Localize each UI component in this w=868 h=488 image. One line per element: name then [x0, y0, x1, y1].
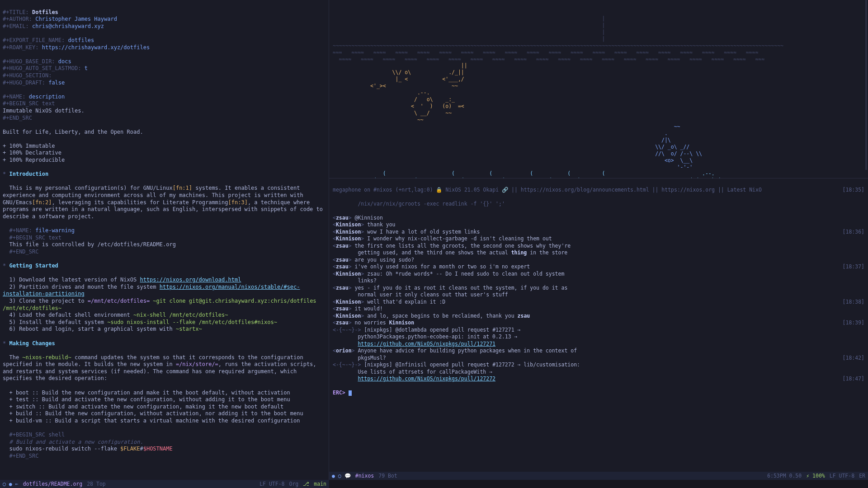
- encoding-indicator: LF UTF-8: [259, 481, 284, 488]
- irc-nick: -{~-~}-: [336, 327, 358, 333]
- irc-pane[interactable]: [18:35]megaphone on #nixos (+nrt,lag:0) …: [329, 178, 868, 480]
- org-modeline: ○ ● ← dotfiles/README.org 28 Top LF UTF-…: [0, 480, 329, 488]
- step-cmd: ~nix-shell /mnt/etc/dotfiles~: [133, 312, 228, 318]
- hugo-draft: false: [48, 80, 65, 86]
- irc-message: <zsau> yes - if you do it as root it cle…: [333, 285, 864, 292]
- timestamp: [18:42]: [843, 355, 864, 362]
- irc-nick: zsau: [336, 319, 349, 326]
- step-cmd: ~sudo nixos-install --flake /mnt/etc/dot…: [107, 319, 277, 325]
- irc-nick: Kinnison: [336, 271, 361, 277]
- desc-end-src: #+END_SRC: [3, 115, 32, 121]
- desc-content: Immutable NixOS dotfiles.: [3, 108, 85, 114]
- export-value: dotfiles: [68, 37, 94, 43]
- warn-end-src: #+END_SRC: [9, 249, 38, 255]
- step-cmd: ~startx~: [176, 326, 202, 332]
- irc-message: <-{~-~}-> [nixpkgs] @dotlambda opened pu…: [333, 327, 864, 334]
- shell-var: $HOSTNAME: [143, 446, 173, 452]
- major-mode: ER: [859, 473, 865, 479]
- git-branch: main: [314, 481, 326, 488]
- irc-nick: orion: [336, 347, 352, 354]
- lock-icon: 🔒: [436, 187, 442, 193]
- heading-making-changes[interactable]: Making Changes: [9, 340, 55, 347]
- irc-message: https://github.com/NixOS/nixpkgs/pull/12…: [333, 341, 864, 348]
- irc-text: normal user it only cleans out that user…: [333, 291, 508, 298]
- hugo-base-kw: #+HUGO_BASE_DIR:: [3, 58, 55, 65]
- buffer-name: dotfiles/README.org: [23, 481, 83, 488]
- irc-log: [18:35]megaphone on #nixos (+nrt,lag:0) …: [329, 178, 868, 472]
- irc-text: getting used, and the third one shows th…: [333, 249, 511, 256]
- irc-nick: Kinnison: [336, 235, 361, 242]
- hugo-section-kw: #+HUGO_SECTION:: [3, 72, 52, 79]
- step-path: =/mnt/etc/dotfiles=: [88, 298, 150, 304]
- irc-nick: Kinnison: [336, 221, 361, 228]
- timestamp: [18:47]: [843, 375, 864, 383]
- minibuffer[interactable]: [329, 480, 868, 488]
- heading-getting-started[interactable]: Getting Started: [9, 263, 58, 269]
- irc-text: are you using sudo?: [352, 257, 414, 263]
- irc-text: wow I have a lot of old system links: [364, 229, 480, 235]
- bullet-item: + 100% Immutable: [3, 143, 55, 149]
- export-keyword: #+EXPORT_FILE_NAME:: [3, 37, 65, 43]
- irc-text: no worries: [352, 319, 389, 326]
- hugo-draft-kw: #+HUGO_DRAFT:: [3, 80, 45, 86]
- position-indicator: 28 Top: [87, 481, 106, 488]
- irc-nick: Kinnison: [336, 229, 361, 235]
- position-indicator: 79 Bot: [378, 473, 397, 479]
- irc-text: thank you: [364, 221, 395, 228]
- title-keyword: #+TITLE:: [3, 9, 29, 15]
- shell-comment: # Build and activate a new configuration…: [9, 439, 143, 445]
- irc-link[interactable]: https://github.com/NixOS/nixpkgs/pull/12…: [358, 341, 495, 347]
- encoding-indicator: LF UTF-8: [830, 473, 854, 479]
- warn-begin-src: #+BEGIN_SRC text: [9, 235, 61, 241]
- footnote-ref[interactable]: [fn:1]: [173, 185, 192, 191]
- irc-message: <Kinnison> I wonder why nix-collect-garb…: [333, 235, 864, 243]
- git-branch-icon: ⎇: [303, 481, 309, 488]
- step-text: 2) Partition drives and mount the file s…: [9, 284, 159, 290]
- author-keyword: #+AUTHOR:: [3, 16, 32, 22]
- irc-message: <zsau> @Kinnison: [333, 215, 864, 222]
- irc-text: well that'd explain it :D: [364, 299, 445, 305]
- org-editor-pane[interactable]: #+TITLE: Dotfiles #+AUTHOR: Christopher …: [0, 0, 329, 480]
- irc-topic: NixOS 21.05 Okapi: [442, 187, 502, 193]
- irc-message: <zsau> it would!: [333, 305, 864, 313]
- vterm-pane[interactable]: | | |: [329, 0, 868, 178]
- heading-introduction[interactable]: Introduction: [9, 171, 48, 177]
- footnote-ref[interactable]: [fn:2]: [32, 199, 52, 206]
- irc-nick: zsau: [336, 263, 349, 270]
- step-text: 6) Reboot and login, start a graphical s…: [9, 326, 175, 332]
- step-text: 5) Install the default system: [9, 319, 107, 325]
- desc-name-kw: #+NAME:: [3, 94, 26, 100]
- irc-topic: || https://nixos.org/blog/announcements.…: [508, 187, 762, 193]
- irc-link[interactable]: https://github.com/NixOS/nixpkgs/pull/12…: [358, 375, 495, 382]
- modeline-status-icon: ● ○ 💬: [332, 473, 351, 479]
- footnote-ref[interactable]: [fn:3]: [228, 199, 248, 206]
- irc-nick: zsau: [336, 285, 349, 291]
- irc-message: <zsau> the first one lists all the gcroo…: [333, 243, 864, 250]
- download-link[interactable]: https://nixos.org/download.html: [140, 277, 241, 283]
- irc-message: <orion> Anyone have advice for building …: [333, 347, 864, 355]
- irc-message: <Kinnison> zsau: Oh *rude words* -- Do I…: [333, 271, 864, 278]
- irc-mention: zsau: [518, 313, 530, 319]
- doc-email: chris@chrishayward.xyz: [32, 23, 104, 29]
- step-text: 1) Download the latest version of NixOS: [9, 277, 140, 283]
- shell-hash: #: [140, 446, 143, 452]
- irc-message: [18:39]<zsau> no worries Kinnison: [333, 319, 864, 327]
- modeline-status-icon: ○ ● ←: [3, 481, 19, 488]
- battery-indicator: ⚡ 100%: [806, 473, 825, 479]
- irc-message: [18:42] pkgsMusl?: [333, 355, 864, 362]
- irc-nick: zsau: [336, 243, 349, 249]
- irc-text: it would!: [352, 305, 383, 312]
- irc-text: links?: [333, 277, 377, 284]
- irc-text: [nixpkgs] @dotlambda opened pull request…: [361, 327, 520, 333]
- irc-nick: Kinnison: [336, 313, 361, 319]
- shell-begin-src: #+BEGIN_SRC shell: [9, 432, 65, 438]
- scrollbar[interactable]: [865, 0, 867, 170]
- irc-message: [18:37]<zsau> i've only used nixos for a…: [333, 263, 864, 271]
- buffer-name: #nixos: [355, 473, 374, 479]
- irc-text: [nixpkgs] @Infinisil opened pull request…: [361, 361, 580, 368]
- link-icon: 🔗: [502, 187, 508, 193]
- cursor[interactable]: [349, 390, 352, 396]
- roam-keyword: #+ROAM_KEY:: [3, 44, 38, 51]
- warn-content: This file is controlled by /etc/dotfiles…: [9, 241, 175, 248]
- step-text: 4) Load the default shell environment: [9, 312, 133, 318]
